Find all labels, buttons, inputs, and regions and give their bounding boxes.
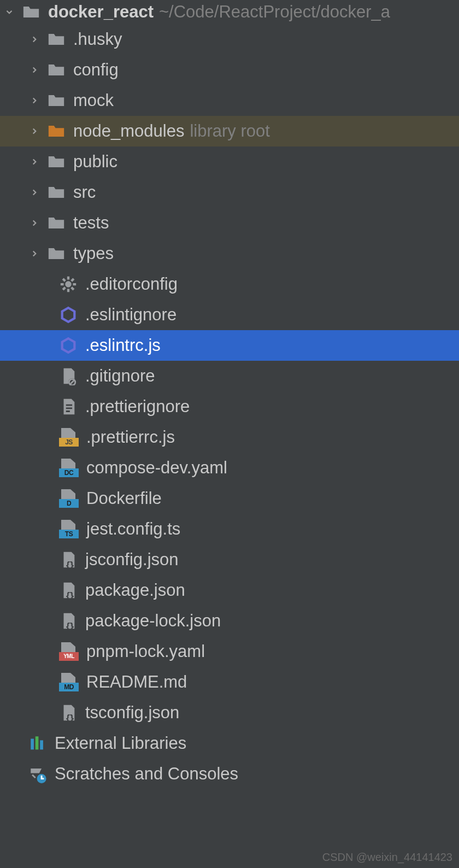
ts-file-icon: TS bbox=[59, 520, 79, 538]
folder-icon bbox=[47, 122, 66, 140]
chevron-right-icon[interactable] bbox=[28, 248, 40, 260]
chevron-right-icon[interactable] bbox=[28, 156, 40, 168]
tree-file[interactable]: package-lock.json bbox=[0, 606, 459, 636]
file-label: .editorconfig bbox=[85, 274, 178, 294]
tree-file[interactable]: JS .prettierrc.js bbox=[0, 422, 459, 453]
file-label: package-lock.json bbox=[85, 611, 221, 631]
json-icon bbox=[59, 581, 78, 600]
tree-file[interactable]: package.json bbox=[0, 575, 459, 606]
tree-node[interactable]: External Libraries bbox=[0, 728, 459, 759]
file-label: package.json bbox=[85, 580, 185, 600]
eslint-icon bbox=[59, 336, 78, 355]
folder-icon bbox=[47, 183, 66, 202]
tree-file[interactable]: TS jest.config.ts bbox=[0, 514, 459, 544]
chevron-right-icon[interactable] bbox=[28, 186, 40, 198]
tree-folder[interactable]: config bbox=[0, 55, 459, 85]
tree-file[interactable]: DC compose-dev.yaml bbox=[0, 453, 459, 483]
eslint-icon bbox=[59, 306, 78, 324]
folder-icon bbox=[47, 244, 66, 263]
chevron-right-icon[interactable] bbox=[28, 64, 40, 76]
chevron-right-icon[interactable] bbox=[28, 33, 40, 45]
gitignore-icon bbox=[59, 367, 78, 385]
tree-file[interactable]: .gitignore bbox=[0, 361, 459, 391]
folder-label: .husky bbox=[73, 30, 122, 49]
file-label: README.md bbox=[86, 672, 187, 692]
node-label: Scratches and Consoles bbox=[55, 764, 238, 784]
folder-label: public bbox=[73, 152, 117, 172]
folder-icon bbox=[47, 153, 66, 171]
file-label: .prettierrc.js bbox=[86, 427, 175, 447]
tree-folder[interactable]: node_modules library root bbox=[0, 116, 459, 146]
chevron-down-icon[interactable] bbox=[3, 6, 15, 18]
watermark: CSDN @weixin_44141423 bbox=[322, 851, 452, 864]
gear-icon bbox=[59, 275, 78, 294]
node-label: External Libraries bbox=[55, 734, 186, 753]
scratches-icon bbox=[28, 765, 47, 783]
tree-node[interactable]: Scratches and Consoles bbox=[0, 759, 459, 789]
dc-file-icon: DC bbox=[59, 459, 79, 477]
file-label: jest.config.ts bbox=[86, 519, 180, 539]
file-label: jsconfig.json bbox=[85, 550, 179, 570]
tree-folder[interactable]: .husky bbox=[0, 24, 459, 55]
folder-label: types bbox=[73, 244, 114, 263]
tree-folder[interactable]: types bbox=[0, 238, 459, 269]
folder-icon bbox=[22, 3, 40, 21]
root-path: ~/Code/ReactProject/docker_a bbox=[159, 2, 390, 22]
json-icon bbox=[59, 703, 78, 722]
json-icon bbox=[59, 612, 78, 630]
root-name: docker_react bbox=[48, 2, 154, 22]
file-label: .eslintrc.js bbox=[85, 336, 161, 355]
tree-folder[interactable]: mock bbox=[0, 85, 459, 116]
chevron-right-icon[interactable] bbox=[28, 217, 40, 229]
file-label: .eslintignore bbox=[85, 305, 176, 325]
folder-icon bbox=[47, 30, 66, 49]
libraries-icon bbox=[28, 734, 47, 753]
chevron-right-icon[interactable] bbox=[28, 125, 40, 137]
js-file-icon: JS bbox=[59, 428, 79, 447]
tree-folder[interactable]: src bbox=[0, 177, 459, 208]
file-label: Dockerfile bbox=[86, 489, 162, 508]
textfile-icon bbox=[59, 397, 78, 416]
file-label: .prettierignore bbox=[85, 397, 190, 417]
folder-label: src bbox=[73, 183, 96, 202]
chevron-right-icon[interactable] bbox=[28, 95, 40, 107]
folder-label: config bbox=[73, 60, 119, 80]
file-label: compose-dev.yaml bbox=[86, 458, 227, 478]
tree-file[interactable]: .eslintrc.js bbox=[0, 330, 459, 361]
folder-icon bbox=[47, 214, 66, 232]
folder-label: mock bbox=[73, 91, 114, 110]
tree-file[interactable]: .prettierignore bbox=[0, 391, 459, 422]
tree-folder[interactable]: public bbox=[0, 146, 459, 177]
tree-file[interactable]: .editorconfig bbox=[0, 269, 459, 300]
file-label: .gitignore bbox=[85, 366, 155, 386]
tree-root[interactable]: docker_react ~/Code/ReactProject/docker_… bbox=[0, 0, 459, 24]
project-tree: docker_react ~/Code/ReactProject/docker_… bbox=[0, 0, 459, 789]
tree-file[interactable]: .eslintignore bbox=[0, 300, 459, 330]
folder-label: node_modules bbox=[73, 121, 184, 141]
tree-file[interactable]: D Dockerfile bbox=[0, 483, 459, 514]
folder-icon bbox=[47, 91, 66, 110]
tree-file[interactable]: MD README.md bbox=[0, 667, 459, 697]
tree-folder[interactable]: tests bbox=[0, 208, 459, 238]
file-label: tsconfig.json bbox=[85, 703, 179, 723]
tree-file[interactable]: YML pnpm-lock.yaml bbox=[0, 636, 459, 667]
json-icon bbox=[59, 550, 78, 569]
folder-icon bbox=[47, 61, 66, 79]
d-file-icon: D bbox=[59, 489, 79, 508]
folder-hint: library root bbox=[190, 121, 269, 141]
md-file-icon: MD bbox=[59, 673, 79, 691]
folder-label: tests bbox=[73, 213, 109, 233]
tree-file[interactable]: jsconfig.json bbox=[0, 544, 459, 575]
yml-file-icon: YML bbox=[59, 642, 79, 661]
file-label: pnpm-lock.yaml bbox=[86, 642, 205, 661]
tree-file[interactable]: tsconfig.json bbox=[0, 697, 459, 728]
